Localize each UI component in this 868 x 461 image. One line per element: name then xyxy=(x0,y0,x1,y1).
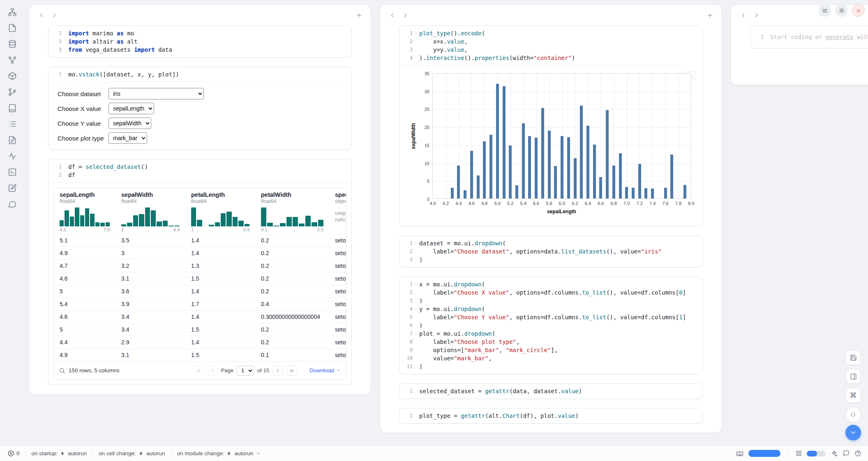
keyboard-icon[interactable] xyxy=(736,450,743,457)
packages-button[interactable] xyxy=(7,71,18,81)
chat-button[interactable] xyxy=(7,199,18,210)
last-page-button[interactable] xyxy=(286,366,297,376)
fold-chevron-icon[interactable] xyxy=(413,330,419,338)
table-search-button[interactable] xyxy=(59,367,65,374)
fold-chevron-icon[interactable] xyxy=(413,29,419,37)
column-header[interactable]: petalLengthfloat6416.9 xyxy=(185,188,255,234)
editor-placeholder: Start coding or xyxy=(770,34,826,40)
notebook-menu-button[interactable] xyxy=(818,4,831,17)
table-cell: 4.6 xyxy=(54,272,115,285)
table-cell: 0.2 xyxy=(255,260,329,272)
cell-editor[interactable]: 1plot_type = getattr(alt.Chart(df), plot… xyxy=(399,408,702,423)
scratchpad-button[interactable] xyxy=(7,183,18,194)
minimap-button[interactable] xyxy=(845,407,861,422)
chart-bar xyxy=(574,158,577,198)
logs-button[interactable] xyxy=(7,135,18,145)
table-row[interactable]: 4.93.11.50.1setosa xyxy=(54,349,346,362)
column-move-right-button[interactable] xyxy=(750,9,762,21)
documentation-button[interactable] xyxy=(7,103,18,113)
table-row[interactable]: 53.61.40.2setosa xyxy=(54,285,346,298)
add-cell-button[interactable] xyxy=(353,9,365,21)
chevron-down-icon xyxy=(414,332,418,336)
column-header[interactable]: sepalLengthfloat644.37.9 xyxy=(54,188,115,234)
panel-layout-button[interactable] xyxy=(846,369,861,384)
feedback-icon[interactable] xyxy=(843,450,850,457)
column-header[interactable]: sepalWidthfloat6424.4 xyxy=(115,188,185,234)
dropdown-select[interactable]: sepalLength xyxy=(108,103,154,114)
x-tick-label: 6.8 xyxy=(611,201,617,206)
ai-assist-icon[interactable] xyxy=(831,450,838,457)
cell-editor[interactable]: 1x = mo.ui.dropdown(2 label="Choose X va… xyxy=(399,277,702,374)
table-row[interactable]: 4.42.91.40.2setosa xyxy=(54,336,346,349)
table-summary: 150 rows, 5 columns xyxy=(69,367,120,373)
left-icon-rail xyxy=(0,0,25,445)
column-header[interactable]: petalWidthfloat640.12.5 xyxy=(255,188,329,234)
x-tick-label: 7.0 xyxy=(623,201,630,206)
table-row[interactable]: 53.41.50.2setosa xyxy=(54,323,346,336)
table-of-contents-button[interactable] xyxy=(7,7,18,17)
cell-editor[interactable]: 1df = selected_dataset()2df xyxy=(48,159,351,182)
table-row[interactable]: 4.63.11.50.2setosa xyxy=(54,272,346,285)
on-startup-setting[interactable]: on startup: autorun xyxy=(28,450,90,456)
table-row[interactable]: 4.73.21.30.2setosa xyxy=(54,260,346,272)
generate-with-ai-link[interactable]: generate xyxy=(826,34,853,40)
scroll-to-bottom-button[interactable] xyxy=(845,425,861,440)
ui-scale-slider[interactable] xyxy=(807,451,826,456)
save-button[interactable] xyxy=(846,350,861,365)
download-button[interactable]: Download xyxy=(309,367,341,373)
dropdown-select[interactable]: sepalWidth xyxy=(108,118,151,129)
new-cell: 1Start coding or generate with AI. xyxy=(750,25,868,48)
cell-editor[interactable]: 1import marimo as mo2import altair as al… xyxy=(48,26,351,57)
settings-button[interactable] xyxy=(835,4,848,17)
dropdown-select[interactable]: mark_bar xyxy=(108,132,147,144)
x-tick-label: 7.2 xyxy=(637,201,643,206)
column-header[interactable]: speciesobjectunique:nulls: xyxy=(329,188,346,234)
first-page-button[interactable] xyxy=(193,366,204,376)
prev-page-button[interactable] xyxy=(207,366,218,376)
table-row[interactable]: 4.63.41.40.30000000000000004setosa xyxy=(54,311,346,323)
dependencies-button[interactable] xyxy=(7,87,18,97)
cell-editor[interactable]: 1dataset = mo.ui.dropdown(2 label="Choos… xyxy=(399,236,702,267)
on-module-change-setting[interactable]: on module change: autorun xyxy=(174,450,265,456)
column-move-right-button[interactable] xyxy=(399,9,411,21)
dependencies-icon xyxy=(8,88,17,97)
snippets-button[interactable] xyxy=(7,167,18,177)
fold-slot xyxy=(413,354,419,362)
page-select[interactable]: 1 xyxy=(237,366,254,376)
fold-chevron-icon[interactable] xyxy=(413,305,419,313)
column-move-left-button[interactable] xyxy=(386,9,398,21)
cell-editor[interactable]: 1plot_type().encode(2 x=x.value,3 y=y.va… xyxy=(399,26,702,65)
column-move-left-button[interactable] xyxy=(737,9,749,21)
errors-badge[interactable]: 0 xyxy=(4,450,23,457)
grid-icon[interactable] xyxy=(796,450,802,456)
editor-width-toggle[interactable] xyxy=(748,450,780,457)
shutdown-button[interactable] xyxy=(852,4,865,17)
datasources-button[interactable] xyxy=(7,39,18,49)
table-row[interactable]: 5.13.51.40.2setosa xyxy=(54,234,346,247)
fold-slot xyxy=(413,387,419,395)
chevrons-left-icon xyxy=(196,368,201,373)
next-page-button[interactable] xyxy=(272,366,283,376)
column-move-right-button[interactable] xyxy=(48,9,60,21)
cell-editor[interactable]: 1mo.vstack([dataset, x, y, plot]) xyxy=(48,67,351,82)
outline-button[interactable] xyxy=(7,119,18,129)
variables-button[interactable] xyxy=(7,55,18,65)
table-cell: 3.4 xyxy=(115,323,185,336)
dropdown-label: Choose plot type xyxy=(58,135,108,142)
add-cell-button[interactable] xyxy=(704,9,716,21)
table-row[interactable]: 4.931.40.2setosa xyxy=(54,247,346,260)
cell-editor[interactable]: 1selected_dataset = getattr(data, datase… xyxy=(399,384,702,399)
files-button[interactable] xyxy=(7,23,18,33)
chart-plot-area[interactable]: 4.04.24.44.64.85.05.25.45.65.86.06.26.46… xyxy=(432,73,691,199)
on-cell-change-setting[interactable]: on cell change: autorun xyxy=(95,450,169,456)
table-row[interactable]: 5.43.91.70.4setosa xyxy=(54,298,346,311)
help-icon[interactable] xyxy=(854,450,861,457)
dropdown-select[interactable]: iris xyxy=(108,88,204,99)
fold-chevron-icon[interactable] xyxy=(413,239,419,247)
keyboard-shortcuts-button[interactable]: ⌘ xyxy=(846,388,861,403)
cell-editor[interactable]: 1Start coding or generate with AI. xyxy=(750,26,868,48)
tracing-button[interactable] xyxy=(7,151,18,161)
fold-chevron-icon[interactable] xyxy=(413,280,419,288)
vega-chart[interactable]: ⋯sepalWidth4.04.24.44.64.85.05.25.45.65.… xyxy=(399,66,702,226)
column-move-left-button[interactable] xyxy=(35,9,47,21)
